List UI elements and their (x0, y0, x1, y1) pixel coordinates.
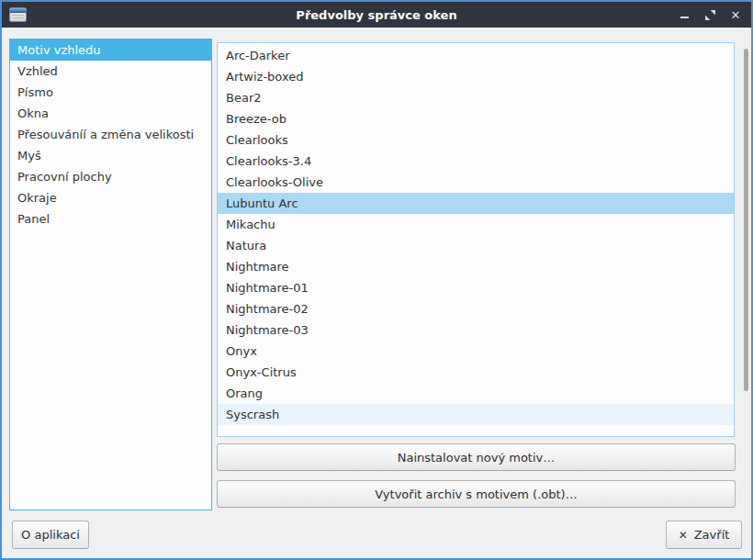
close-button-label: Zavřít (694, 528, 730, 542)
sidebar-item[interactable]: Motiv vzhledu (10, 39, 211, 61)
window-manager-preferences-window: Předvolby správce oken ✕ Motiv vzhleduVz… (0, 0, 753, 560)
sidebar-item[interactable]: Myš (10, 145, 211, 166)
theme-list-item[interactable]: Clearlooks-3.4 (218, 151, 734, 172)
theme-list-item[interactable]: Bear2 (218, 87, 734, 108)
install-theme-label: Nainstalovat nový motiv… (398, 451, 556, 465)
sidebar-item[interactable]: Panel (10, 208, 211, 230)
theme-list-item[interactable]: Clearlooks (218, 129, 734, 151)
sidebar-item[interactable]: Písmo (10, 82, 211, 103)
close-button[interactable]: ✕ Zavřít (666, 521, 742, 549)
sidebar-item[interactable]: Okraje (10, 187, 211, 208)
unmaximize-icon[interactable] (702, 6, 718, 23)
about-label: O aplikaci (21, 528, 80, 542)
theme-list-scrollbar[interactable] (744, 49, 748, 391)
window-controls: ✕ (676, 2, 744, 28)
create-archive-button[interactable]: Vytvořit archiv s motivem (.obt)… (217, 480, 736, 508)
theme-list[interactable]: Arc-DarkerArtwiz-boxedBear2Breeze-obClea… (217, 42, 735, 437)
titlebar[interactable]: Předvolby správce oken ✕ (2, 2, 751, 28)
theme-list-item[interactable]: Mikachu (218, 214, 734, 235)
theme-list-item[interactable]: Nightmare (218, 256, 734, 277)
window-title: Předvolby správce oken (2, 8, 751, 22)
theme-list-item[interactable]: Breeze-ob (218, 108, 734, 129)
create-archive-label: Vytvořit archiv s motivem (.obt)… (375, 487, 577, 501)
sidebar-item[interactable]: Vzhled (10, 61, 211, 82)
theme-list-item[interactable]: Onyx (218, 341, 734, 362)
theme-list-item[interactable]: Clearlooks-Olive (218, 172, 734, 193)
theme-list-item[interactable]: Orang (218, 383, 734, 404)
close-window-icon[interactable]: ✕ (727, 6, 744, 23)
theme-list-item[interactable]: Natura (218, 235, 734, 256)
theme-list-item[interactable]: Nightmare-03 (218, 319, 734, 341)
theme-list-item[interactable]: Nightmare-02 (218, 298, 734, 319)
sidebar-category-list[interactable]: Motiv vzhleduVzhledPísmoOknaPřesouváníí … (9, 39, 212, 510)
theme-list-item[interactable]: Syscrash (218, 404, 734, 425)
about-button[interactable]: O aplikaci (12, 521, 89, 549)
theme-list-item[interactable]: Arc-Darker (218, 45, 734, 66)
sidebar-item[interactable]: Pracovní plochy (10, 166, 211, 187)
minimize-icon[interactable] (676, 6, 692, 23)
close-button-x-icon: ✕ (679, 529, 688, 542)
sidebar-item[interactable]: Přesouváníí a změna velikosti (10, 124, 211, 145)
window-app-icon (9, 7, 27, 22)
theme-list-item[interactable]: Artwiz-boxed (218, 66, 734, 87)
theme-list-item[interactable]: Lubuntu Arc (218, 193, 734, 214)
sidebar-item[interactable]: Okna (10, 103, 211, 124)
theme-list-item[interactable]: Nightmare-01 (218, 277, 734, 298)
install-theme-button[interactable]: Nainstalovat nový motiv… (217, 443, 736, 471)
theme-list-item[interactable]: Onyx-Citrus (218, 362, 734, 383)
